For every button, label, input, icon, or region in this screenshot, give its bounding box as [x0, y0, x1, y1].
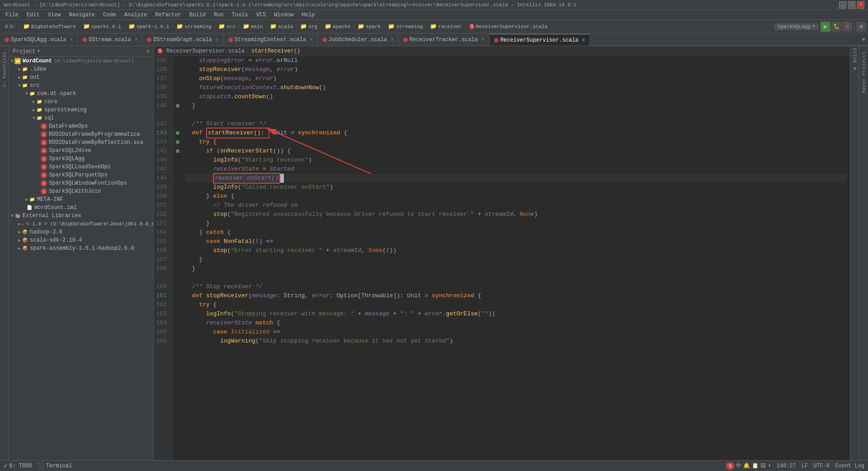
code-line-161: def stopReceiver(message: String, error:…: [185, 291, 846, 300]
tab-receiversupervisor[interactable]: ReceiverSupervisor.scala ×: [490, 34, 590, 46]
menu-window[interactable]: Window: [270, 11, 297, 19]
code-line-141: [185, 110, 846, 119]
event-log[interactable]: Event Log: [835, 463, 864, 469]
menu-vcs[interactable]: VCS: [253, 11, 270, 19]
code-line-139: stopLatch.countDown(): [185, 92, 846, 101]
code-line-155: case NonFatal(t) =>: [185, 237, 846, 246]
toolbar-streaming[interactable]: 📁 streaming: [175, 22, 213, 32]
toolbar-receiver[interactable]: 📁 receiver: [428, 22, 464, 32]
tab-sparkSQLAgg[interactable]: SparkSQLAgg.scala ×: [0, 34, 78, 46]
menu-file[interactable]: File: [2, 11, 22, 19]
tree-item-dataframeops[interactable]: S DataFrameOps: [9, 122, 153, 130]
tab-dstreamgraph[interactable]: DStreamGraph.scala ×: [142, 34, 223, 46]
menu-help[interactable]: Help: [298, 11, 318, 19]
tree-item-jdk18[interactable]: ▶ ☕ < 1.8 > (D:\BigDataSoftware\Java\jdk…: [9, 220, 153, 228]
code-line-154: } catch {: [185, 228, 846, 237]
toolbar-spark161[interactable]: 📁 spark1.6.1: [81, 22, 123, 32]
favorites-panel[interactable]: 2: Favorites: [2, 48, 7, 91]
main-area: 2: Favorites Project ▼ ⚙ ▼ 📁 WordCount (…: [0, 46, 868, 460]
breadcrumb-file[interactable]: ReceiverSupervisor.scala: [166, 48, 245, 54]
todo-label: 6: TODO: [9, 463, 32, 469]
toolbar-apache[interactable]: 📁 apache: [323, 22, 353, 32]
tree-item-sparksqlagg[interactable]: S SparkSQLAgg: [9, 155, 153, 163]
stop-button[interactable]: ■: [842, 22, 852, 32]
tree-item-src[interactable]: ▼ 📁 src: [9, 81, 153, 90]
tree-item-idea[interactable]: ▶ 📁 .idea: [9, 65, 153, 73]
lf-indicator[interactable]: LF: [802, 463, 808, 469]
position-indicator: 148:27: [777, 463, 796, 469]
menu-edit[interactable]: Edit: [23, 11, 43, 19]
menu-analyze[interactable]: Analyze: [121, 11, 151, 19]
window-controls: _ □ ×: [839, 1, 864, 9]
close-button[interactable]: ×: [857, 1, 864, 9]
toolbar-file[interactable]: S ReceiverSupervisor.scala: [467, 22, 549, 32]
tree-item-sparksql2hive[interactable]: S SparkSQL2Hive: [9, 147, 153, 155]
tree-item-sparksqlwindow[interactable]: S SparkSQLWindowFuntionOps: [9, 179, 153, 187]
settings-button[interactable]: ⚙: [856, 22, 866, 32]
run-button[interactable]: ▶: [821, 22, 830, 32]
toolbar-streaming2[interactable]: 📁 streaming: [386, 22, 425, 32]
menu-build[interactable]: Build: [186, 11, 209, 19]
code-editor[interactable]: 135 136 137 138 139 140 142 143 144 145 …: [154, 56, 850, 460]
menu-code[interactable]: Code: [99, 11, 120, 19]
menu-view[interactable]: View: [44, 11, 65, 19]
right-sidebar: ▲ Build: [850, 46, 859, 460]
tree-item-sparksqlloadsave[interactable]: S SparkSQLLoadSaveOps: [9, 163, 153, 171]
tree-item-sparksqlparquet[interactable]: S SparkSQLParquetOps: [9, 171, 153, 179]
maven-projects-label[interactable]: Maven Projects: [861, 48, 867, 97]
encoding-indicator[interactable]: UTF-8: [813, 463, 830, 469]
menu-refactor[interactable]: Refactor: [151, 11, 185, 19]
toolbar-main[interactable]: 📁 main: [241, 22, 264, 32]
menu-navigate[interactable]: Navigate: [65, 11, 99, 19]
debug-button[interactable]: 🐛: [831, 22, 841, 32]
tree-item-sparksteaming[interactable]: ▶ 📁 sparksteaming: [9, 106, 153, 114]
tree-item-rdd2dataframe-refl[interactable]: S RDD2DataFrameByReflection.sca: [9, 138, 153, 147]
tree-item-wordcount-iml[interactable]: 📄 WordCount.iml: [9, 204, 153, 212]
project-label: Project: [13, 48, 35, 55]
tabs-overflow[interactable]: ▼: [859, 34, 868, 46]
todo-panel[interactable]: ✓ 6: TODO: [4, 462, 32, 470]
menu-tools[interactable]: Tools: [228, 11, 252, 19]
code-line-153: }: [185, 219, 846, 228]
maximize-button[interactable]: □: [848, 1, 855, 9]
toolbar-src[interactable]: 📁 src: [217, 22, 237, 32]
title-text: WordCount - [D:\IdeaProjects\WordCount] …: [4, 2, 576, 8]
status-left: ✓ 6: TODO ⬛ Terminal: [4, 462, 72, 470]
code-line-135: stoppingError = error.orNull: [185, 56, 846, 65]
code-area[interactable]: stoppingError = error.orNull stopReceive…: [181, 56, 850, 460]
tree-item-rdd2dataframe-prog[interactable]: S RDD2DataFrameByProgrammatica: [9, 130, 153, 138]
build-panel-label[interactable]: ▲ Build: [852, 48, 858, 71]
tree-item-metainf[interactable]: ▶ 📁 META-INF: [9, 195, 153, 204]
tree-item-sql[interactable]: ▼ 📁 sql: [9, 114, 153, 122]
tree-item-external-libs[interactable]: ▼ 📚 External Libraries: [9, 212, 153, 220]
code-line-160: /** Stop receiver */: [185, 282, 846, 291]
toolbar-scala-dir[interactable]: 📁 scala: [268, 22, 295, 32]
tree-item-hadoop[interactable]: ▶ 📦 hadoop-2.6: [9, 228, 153, 236]
toolbar-org[interactable]: 📁 org: [298, 22, 319, 32]
menu-run[interactable]: Run: [210, 11, 227, 19]
tree-item-scala-sdk[interactable]: ▶ 📦 scala-sdk-2.10.4: [9, 236, 153, 244]
tree-item-com-dt-spark[interactable]: ▼ 📁 com.dt.spark: [9, 90, 153, 98]
tab-jobscheduler[interactable]: JobScheduler.scala ×: [318, 34, 399, 46]
terminal-panel[interactable]: ⬛ Terminal: [38, 462, 72, 469]
tree-item-spark-assembly[interactable]: ▶ 📦 spark-assembly-1.6.1-hadoop2.6.0: [9, 244, 153, 252]
git-status[interactable]: S 中 🔔 📋 🖫 ⬆: [726, 462, 771, 470]
toolbar-spark2[interactable]: 📁 spark: [356, 22, 382, 32]
tab-receivertracker[interactable]: ReceiverTracker.scala ×: [399, 34, 490, 46]
tree-item-sparksqlwith[interactable]: S SparkSQLWithJoin: [9, 187, 153, 195]
tree-item-out[interactable]: ▶ 📁 out: [9, 73, 153, 81]
toolbar-disk[interactable]: 🖥 D:: [2, 22, 18, 32]
tab-dstream[interactable]: DStream.scala ×: [78, 34, 142, 46]
maven-panel: Maven Projects: [859, 46, 868, 460]
toolbar-bigdata[interactable]: 📁 BigDataSoftware: [21, 22, 78, 32]
tree-item-core[interactable]: ▶ 📁 core: [9, 98, 153, 106]
tree-item-wordcount[interactable]: ▼ 📁 WordCount (D:\IdeaProjects\WordCount…: [9, 57, 153, 65]
minimize-button[interactable]: _: [839, 1, 846, 9]
code-line-165: case Initialized =>: [185, 328, 846, 337]
tab-streamingcontext[interactable]: StreamingContext.scala ×: [224, 34, 318, 46]
breadcrumb-method[interactable]: startReceiver(): [251, 48, 300, 54]
gear-icon[interactable]: ⚙: [146, 48, 150, 55]
code-line-148: receiver.onStart(): [185, 174, 846, 183]
code-line-144: try {: [185, 138, 846, 147]
toolbar-spark-dir[interactable]: 📁 spark-1.6.1: [127, 22, 171, 32]
